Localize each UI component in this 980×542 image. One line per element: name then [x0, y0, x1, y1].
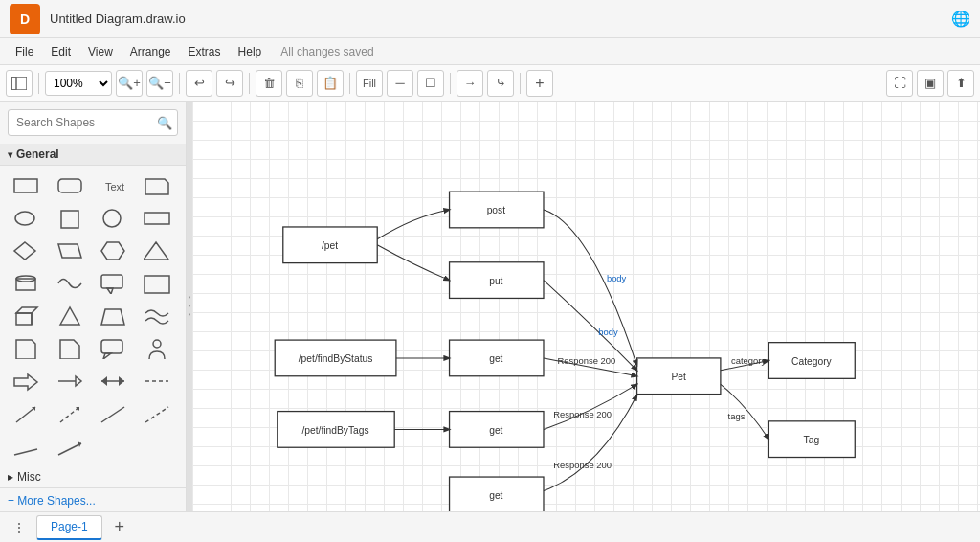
shape-double-arrow[interactable]: [95, 367, 131, 395]
svg-line-33: [16, 407, 35, 422]
svg-marker-28: [58, 376, 81, 386]
shape-trapezoid[interactable]: [95, 302, 131, 330]
sep6: [520, 73, 521, 94]
shape-doc[interactable]: [8, 334, 44, 363]
title-bar: D Untitled Diagram.draw.io 🌐: [0, 0, 980, 38]
svg-point-8: [103, 210, 121, 227]
menu-arrange[interactable]: Arrange: [122, 43, 179, 60]
shape-button[interactable]: ☐: [417, 70, 444, 97]
menu-bar: File Edit View Arrange Extras Help All c…: [0, 38, 980, 65]
svg-rect-16: [101, 275, 122, 288]
shape-rect3[interactable]: [139, 269, 175, 298]
shape-note[interactable]: [139, 171, 175, 200]
waypoint-button[interactable]: ⤷: [487, 70, 514, 97]
svg-marker-11: [58, 244, 81, 258]
globe-icon[interactable]: 🌐: [951, 10, 970, 28]
shape-arrow-right[interactable]: [8, 367, 44, 395]
sep1: [38, 73, 39, 94]
shape-arrow-up-right[interactable]: [52, 399, 88, 428]
add-button[interactable]: +: [526, 70, 553, 97]
shape-rect2[interactable]: [139, 204, 175, 233]
canvas-area[interactable]: /pet post put /pet/findByStatus get /pet…: [192, 102, 980, 511]
canvas-background: /pet post put /pet/findByStatus get /pet…: [192, 102, 980, 511]
connector-button[interactable]: →: [457, 70, 483, 97]
chevron-down-icon: ▾: [8, 149, 12, 160]
fullscreen-button[interactable]: ⛶: [886, 70, 913, 97]
shape-dashed-line[interactable]: [139, 399, 175, 428]
zoom-out-button[interactable]: 🔍−: [146, 70, 173, 97]
shape-parallelogram[interactable]: [52, 237, 88, 265]
shape-cube[interactable]: [8, 302, 44, 330]
shape-wave[interactable]: [139, 302, 175, 330]
shape-triangle2[interactable]: [52, 302, 88, 330]
shape-callout[interactable]: [95, 269, 131, 298]
line-color-button[interactable]: ─: [387, 70, 413, 97]
svg-point-6: [15, 212, 34, 225]
shape-arrow-right2[interactable]: [52, 367, 88, 395]
sep4: [349, 73, 350, 94]
paste-button[interactable]: 📋: [317, 70, 344, 97]
svg-marker-25: [103, 353, 111, 359]
zoom-in-button[interactable]: 🔍+: [116, 70, 143, 97]
delete-button[interactable]: 🗑: [256, 70, 282, 97]
menu-edit[interactable]: Edit: [43, 43, 78, 60]
shape-text[interactable]: Text: [95, 171, 131, 200]
shape-diamond[interactable]: [8, 237, 44, 265]
shape-hexagon[interactable]: [95, 237, 131, 265]
svg-rect-19: [16, 313, 32, 325]
shape-dashed[interactable]: [139, 367, 175, 395]
shape-cylinder[interactable]: [8, 269, 44, 298]
svg-text:body: body: [607, 273, 627, 283]
shape-triangle[interactable]: [139, 237, 175, 265]
toggle-sidebar-button[interactable]: [6, 70, 33, 97]
menu-file[interactable]: File: [8, 43, 41, 60]
shape-arrow-angled[interactable]: [52, 432, 88, 461]
svg-rect-2: [14, 179, 37, 192]
svg-text:/pet/findByTags: /pet/findByTags: [301, 425, 368, 436]
copy-button[interactable]: ⎘: [286, 70, 313, 97]
search-input[interactable]: [8, 109, 178, 136]
shape-line[interactable]: [95, 399, 131, 428]
svg-text:/pet: /pet: [322, 240, 338, 251]
shape-rectangle[interactable]: [8, 171, 44, 200]
more-shapes-button[interactable]: + More Shapes...: [0, 487, 186, 511]
shape-square[interactable]: [52, 204, 88, 233]
shape-ellipse[interactable]: [8, 204, 44, 233]
svg-marker-30: [101, 376, 107, 386]
zoom-select[interactable]: 100%50%75%125%150%: [45, 71, 112, 96]
svg-text:body: body: [598, 327, 618, 337]
page-actions-button[interactable]: ⋮: [8, 516, 31, 539]
shape-diagonal-arrow[interactable]: [8, 399, 44, 428]
menu-help[interactable]: Help: [231, 43, 270, 60]
page-tab-1[interactable]: Page-1: [36, 515, 102, 540]
misc-section-header[interactable]: ▸ Misc: [0, 466, 186, 487]
shape-curved[interactable]: [52, 269, 88, 298]
svg-line-35: [60, 407, 79, 422]
shape-line2[interactable]: [8, 432, 44, 461]
collapse-panel-button[interactable]: ⬆: [947, 70, 974, 97]
shape-person[interactable]: [139, 334, 175, 363]
diagram-svg: /pet post put /pet/findByStatus get /pet…: [192, 102, 980, 511]
svg-rect-7: [61, 211, 78, 228]
shapes-panel: ▾ General Text: [0, 144, 186, 511]
general-section-label: General: [16, 147, 59, 161]
add-page-button[interactable]: +: [108, 516, 131, 539]
undo-button[interactable]: ↩: [186, 70, 212, 97]
shape-circle[interactable]: [95, 204, 131, 233]
shape-folded-corner[interactable]: [52, 334, 88, 363]
menu-view[interactable]: View: [80, 43, 121, 60]
redo-button[interactable]: ↪: [216, 70, 243, 97]
svg-line-40: [58, 443, 81, 455]
shape-rounded-rect[interactable]: [52, 171, 88, 200]
svg-marker-20: [16, 307, 37, 313]
menu-extras[interactable]: Extras: [181, 43, 229, 60]
svg-text:get: get: [489, 353, 502, 364]
shape-speech-bubble[interactable]: [95, 334, 131, 363]
svg-text:tags: tags: [728, 411, 746, 421]
format-button[interactable]: ▣: [917, 70, 944, 97]
fill-color-button[interactable]: Fill: [356, 70, 383, 97]
general-section-header[interactable]: ▾ General: [0, 144, 186, 166]
svg-marker-13: [144, 242, 168, 260]
svg-rect-1: [11, 77, 27, 90]
svg-text:Response 200: Response 200: [558, 355, 616, 366]
